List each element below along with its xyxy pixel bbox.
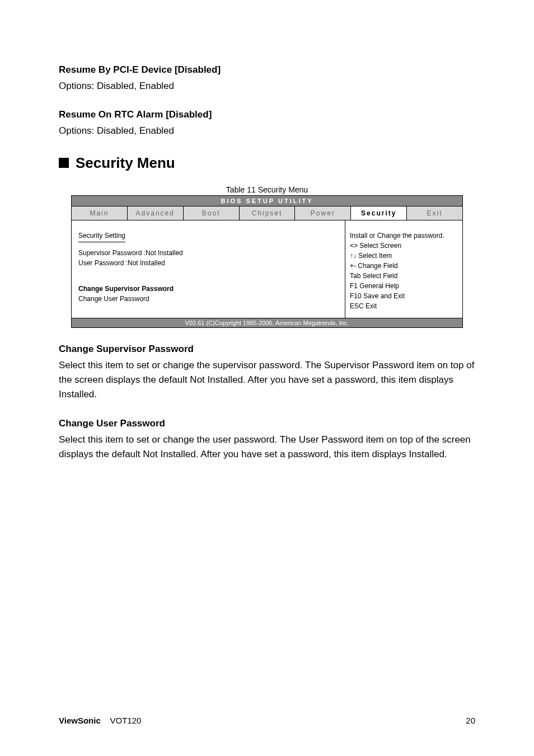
help-save-exit: F10 Save and Exit [350, 291, 458, 301]
bios-footer: V02.61 (C)Copyright 1985-2006, American … [72, 318, 462, 327]
bios-title: BIOS SETUP UTILITY [72, 196, 462, 206]
page-footer: ViewSonic VOT120 20 [59, 716, 475, 725]
tab-main[interactable]: Main [72, 206, 128, 220]
change-supervisor-heading: Change Supervisor Password [59, 344, 475, 355]
footer-page-number: 20 [466, 716, 475, 725]
square-bullet-icon [59, 158, 69, 168]
footer-left: ViewSonic VOT120 [59, 716, 141, 725]
supervisor-pwd-status: Supervisor Password :Not Installed [78, 248, 338, 258]
help-select-item: ↑↓ Select Item [350, 251, 458, 261]
tab-chipset[interactable]: Chipset [240, 206, 296, 220]
resume-pci-heading: Resume By PCI-E Device [Disabled] [59, 64, 475, 76]
bios-tab-row: Main Advanced Boot Chipset Power Securit… [72, 206, 462, 220]
change-user-password-item[interactable]: Change User Password [78, 294, 338, 304]
resume-rtc-body: Options: Disabled, Enabled [59, 124, 475, 138]
bios-help-keys: <> Select Screen ↑↓ Select Item +- Chang… [350, 241, 458, 311]
tab-power[interactable]: Power [295, 206, 351, 220]
resume-pci-body: Options: Disabled, Enabled [59, 79, 475, 93]
bios-body: Security Setting Supervisor Password :No… [72, 220, 462, 318]
footer-model: VOT120 [110, 716, 141, 725]
security-menu-heading-row: Security Menu [59, 154, 475, 172]
help-general: F1 General Help [350, 281, 458, 291]
change-supervisor-body: Select this item to set or change the su… [59, 358, 475, 402]
resume-rtc-heading: Resume On RTC Alarm [Disabled] [59, 109, 475, 120]
tab-exit[interactable]: Exit [407, 206, 462, 220]
footer-brand: ViewSonic [59, 716, 101, 725]
bios-left-panel: Security Setting Supervisor Password :No… [72, 220, 345, 318]
bios-help-desc: Install or Change the password. [350, 231, 458, 241]
bios-right-panel: Install or Change the password. <> Selec… [345, 220, 462, 318]
change-user-body: Select this item to set or change the us… [59, 433, 475, 462]
help-tab-select: Tab Select Field [350, 271, 458, 281]
security-setting-label: Security Setting [78, 231, 125, 242]
table-caption: Table 11 Security Menu [59, 185, 475, 194]
bios-setup-table: BIOS SETUP UTILITY Main Advanced Boot Ch… [71, 195, 463, 328]
security-menu-heading: Security Menu [76, 154, 175, 172]
user-pwd-status: User Password :Not Installed [78, 258, 338, 268]
tab-security[interactable]: Security [351, 206, 407, 220]
change-user-heading: Change User Password [59, 418, 475, 429]
change-supervisor-password-item[interactable]: Change Supervisor Password [78, 284, 338, 294]
help-select-screen: <> Select Screen [350, 241, 458, 251]
help-esc: ESC Exit [350, 301, 458, 311]
tab-advanced[interactable]: Advanced [128, 206, 184, 220]
tab-boot[interactable]: Boot [184, 206, 240, 220]
help-change-field: +- Change Field [350, 261, 458, 271]
